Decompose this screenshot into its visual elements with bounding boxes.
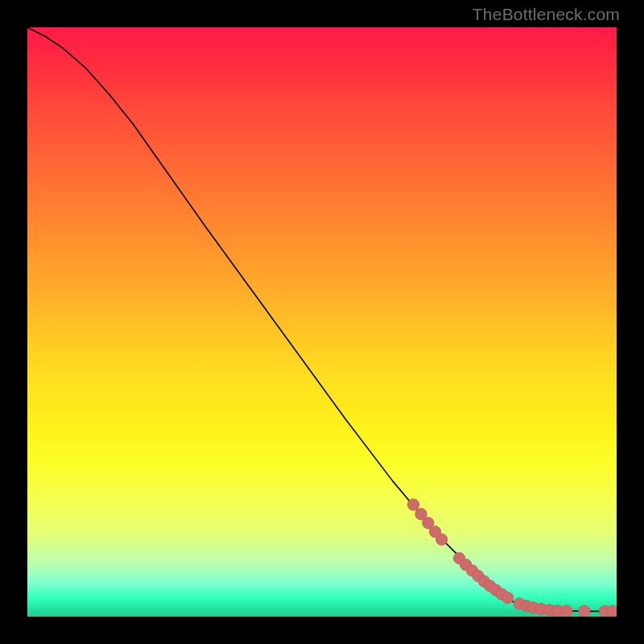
data-markers-group: [407, 499, 617, 617]
data-marker: [561, 605, 572, 617]
data-marker: [607, 605, 617, 617]
data-marker: [407, 499, 419, 510]
data-marker: [502, 592, 513, 603]
data-marker: [436, 534, 447, 545]
chart-stage: TheBottleneck.com: [0, 0, 644, 644]
chart-svg: [27, 27, 617, 617]
plot-area: [27, 27, 617, 617]
data-marker: [579, 605, 590, 617]
watermark-text: TheBottleneck.com: [473, 5, 620, 24]
bottleneck-curve: [27, 27, 617, 611]
